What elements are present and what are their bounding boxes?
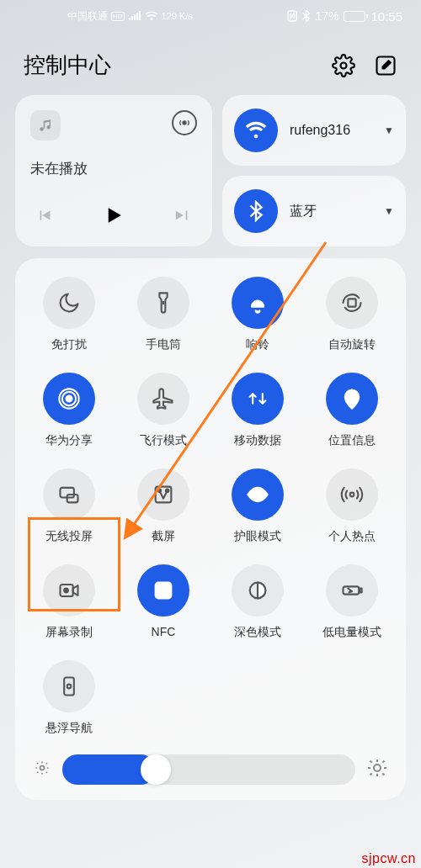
- header: 控制中心: [0, 32, 421, 95]
- svg-point-24: [67, 685, 72, 689]
- tile-label: 深色模式: [234, 625, 281, 640]
- brightness-high-icon: [367, 758, 387, 781]
- screenshot-icon: [137, 468, 189, 521]
- dark-icon: [232, 564, 284, 617]
- tile-label: 低电量模式: [322, 625, 381, 640]
- tile-label: 华为分享: [45, 433, 93, 448]
- tile-moon[interactable]: 免打扰: [22, 277, 116, 352]
- wifi-icon: [234, 108, 278, 152]
- svg-rect-11: [67, 495, 78, 502]
- tile-label: 移动数据: [234, 433, 281, 448]
- tile-label: 自动旋转: [328, 337, 376, 352]
- svg-point-9: [349, 394, 354, 400]
- svg-rect-5: [348, 299, 355, 306]
- eye-icon: [232, 468, 284, 521]
- tile-share[interactable]: 华为分享: [22, 373, 116, 448]
- settings-icon[interactable]: [332, 54, 355, 77]
- svg-point-16: [350, 493, 354, 497]
- music-status: 未在播放: [30, 159, 197, 178]
- tile-label: 飞行模式: [140, 433, 187, 448]
- wifi-tile[interactable]: rufeng316 ▼: [222, 95, 406, 166]
- status-bar: 中国联通 HD 129 K/s 17% 10:55: [0, 0, 421, 32]
- airplane-icon: [137, 373, 189, 425]
- tile-data[interactable]: 移动数据: [210, 373, 305, 448]
- svg-rect-22: [360, 589, 361, 593]
- svg-rect-23: [64, 678, 74, 696]
- bluetooth-label: 蓝牙: [290, 204, 372, 219]
- status-right: 17% 10:55: [287, 9, 402, 24]
- battery-icon: [344, 11, 365, 22]
- watermark: sjpcw.cn: [362, 851, 416, 866]
- tile-label: 响铃: [246, 337, 269, 352]
- signal-icon: [128, 11, 141, 21]
- hotspot-icon: [326, 468, 378, 521]
- bt-status-icon: [302, 10, 310, 22]
- floatnav-icon: [43, 660, 95, 712]
- music-note-icon: [30, 110, 61, 140]
- tile-location[interactable]: 位置信息: [305, 373, 399, 448]
- wifi-ssid: rufeng316: [290, 123, 372, 138]
- prev-button[interactable]: [35, 206, 54, 228]
- cast-icon: [43, 468, 95, 521]
- rotate-icon: [326, 277, 378, 329]
- tile-rotate[interactable]: 自动旋转: [305, 277, 399, 352]
- tile-label: 截屏: [152, 529, 175, 544]
- tile-label: 悬浮导航: [45, 721, 93, 736]
- tile-hotspot[interactable]: 个人热点: [305, 468, 399, 544]
- tile-bell[interactable]: 响铃: [210, 277, 305, 352]
- chevron-down-icon[interactable]: ▼: [384, 124, 394, 136]
- bluetooth-icon: [234, 189, 278, 233]
- flashlight-icon: [137, 277, 189, 329]
- tile-nfc[interactable]: NFC: [116, 564, 210, 640]
- svg-point-25: [40, 766, 45, 770]
- brightness-low-icon: [34, 760, 51, 780]
- bell-icon: [232, 277, 284, 329]
- tile-label: NFC: [152, 625, 176, 638]
- battery-pct: 17%: [315, 9, 338, 23]
- play-button[interactable]: [101, 203, 126, 231]
- tile-label: 手电筒: [146, 337, 181, 352]
- carrier: 中国联通: [67, 9, 108, 24]
- clock: 10:55: [370, 9, 402, 24]
- brightness-slider[interactable]: [62, 754, 355, 785]
- tile-label: 护眼模式: [234, 529, 281, 544]
- audio-output-icon[interactable]: [172, 110, 197, 135]
- tile-eye[interactable]: 护眼模式: [210, 468, 305, 544]
- data-icon: [232, 373, 284, 425]
- wifi-status-icon: [145, 11, 158, 21]
- tile-lowbatt[interactable]: 低电量模式: [305, 564, 399, 640]
- music-card[interactable]: 未在播放: [15, 95, 212, 246]
- brightness-control: [22, 754, 399, 785]
- chevron-down-icon[interactable]: ▼: [384, 205, 394, 217]
- tile-label: 免打扰: [51, 337, 87, 352]
- nfc-status-icon: [287, 10, 297, 22]
- annotation-highlight: [28, 517, 120, 611]
- location-icon: [326, 373, 378, 425]
- svg-point-3: [183, 121, 186, 124]
- tile-flashlight[interactable]: 手电筒: [116, 277, 210, 352]
- net-speed: 129 K/s: [162, 11, 193, 21]
- tile-screenshot[interactable]: 截屏: [116, 468, 210, 544]
- tile-label: 个人热点: [328, 529, 376, 544]
- svg-point-6: [67, 396, 72, 402]
- page-title: 控制中心: [24, 50, 111, 80]
- edit-icon[interactable]: [374, 54, 397, 77]
- nfc-icon: [137, 564, 189, 617]
- share-icon: [43, 373, 95, 425]
- svg-point-1: [341, 62, 347, 68]
- lowbatt-icon: [326, 564, 378, 617]
- tile-airplane[interactable]: 飞行模式: [116, 373, 210, 448]
- svg-point-15: [255, 492, 261, 498]
- tile-label: 屏幕录制: [45, 625, 93, 640]
- tile-floatnav[interactable]: 悬浮导航: [22, 660, 116, 736]
- status-left: 中国联通 HD 129 K/s: [67, 9, 193, 24]
- moon-icon: [43, 277, 95, 329]
- svg-point-26: [374, 765, 381, 771]
- hd-badge: HD: [111, 12, 125, 21]
- tile-label: 位置信息: [328, 433, 376, 448]
- bluetooth-tile[interactable]: 蓝牙 ▼: [222, 176, 406, 246]
- tile-dark[interactable]: 深色模式: [210, 564, 305, 640]
- next-button[interactable]: [173, 206, 192, 228]
